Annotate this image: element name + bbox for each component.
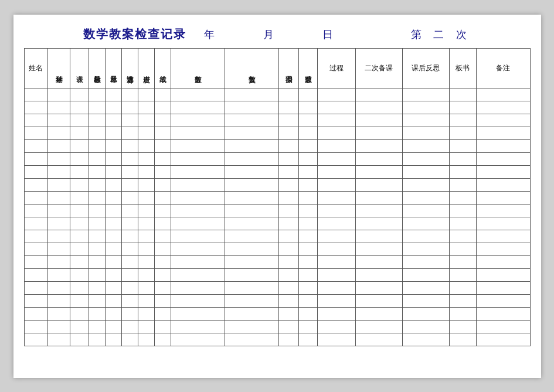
cell-col-kbiao	[70, 114, 89, 127]
cell-col-guocheng	[317, 152, 355, 165]
cell-col-name	[24, 139, 47, 152]
cell-col-ercibk	[355, 333, 402, 346]
cell-col-ercibk	[355, 114, 402, 127]
cell-col-sjrq	[278, 217, 298, 230]
cell-col-ercibk	[355, 281, 402, 294]
cell-col-dyzx	[121, 230, 138, 243]
cell-col-kj	[47, 152, 70, 165]
table-row	[24, 101, 530, 114]
cell-col-bz	[476, 152, 530, 165]
cell-col-bs	[449, 243, 476, 255]
cell-col-zjs	[298, 139, 317, 152]
cell-col-ybj	[171, 127, 225, 139]
cell-col-kj	[47, 127, 70, 139]
cell-col-kj	[47, 114, 70, 127]
cell-col-sbj	[225, 217, 278, 230]
cell-col-kj	[47, 165, 70, 178]
cell-col-name	[24, 333, 47, 346]
col-header-kbiao: 课表	[70, 48, 89, 88]
cell-col-name	[24, 178, 47, 191]
col-header-zjs: 总课节数	[298, 48, 317, 88]
cell-col-bz	[476, 294, 530, 307]
cell-col-bz	[476, 139, 530, 152]
cell-col-jzml	[89, 204, 105, 217]
cell-col-sbj	[225, 307, 278, 320]
cell-col-khfs	[402, 204, 449, 217]
cell-col-sjrq	[278, 294, 298, 307]
cell-col-jdb	[138, 152, 154, 165]
cell-col-ercibk	[355, 294, 402, 307]
cell-col-sjrq	[278, 204, 298, 217]
cell-col-ybj	[171, 281, 225, 294]
cell-col-dyzx	[121, 139, 138, 152]
cell-col-guocheng	[317, 268, 355, 281]
cell-col-sjrq	[278, 320, 298, 333]
cell-col-khfs	[402, 191, 449, 204]
cell-col-guocheng	[317, 178, 355, 191]
cell-col-sbj	[225, 178, 278, 191]
table-row	[24, 191, 530, 204]
cell-col-jzml	[89, 281, 105, 294]
cell-col-sbj	[225, 165, 278, 178]
cell-col-dyml	[105, 152, 121, 165]
cell-col-kbiao	[70, 255, 89, 268]
cell-col-sjrq	[278, 101, 298, 114]
year-label: 年	[204, 29, 219, 40]
cell-col-jzml	[89, 294, 105, 307]
cell-col-jzml	[89, 127, 105, 139]
cell-col-kj	[47, 268, 70, 281]
cell-col-dyzx	[121, 114, 138, 127]
cell-col-khfs	[402, 114, 449, 127]
cell-col-dyml	[105, 191, 121, 204]
cell-col-ercibk	[355, 204, 402, 217]
cell-col-khfs	[402, 101, 449, 114]
cell-col-dyml	[105, 333, 121, 346]
cell-col-ercibk	[355, 139, 402, 152]
cell-col-name	[24, 127, 47, 139]
cell-col-name	[24, 307, 47, 320]
cell-col-sbj	[225, 230, 278, 243]
cell-col-sjrq	[278, 139, 298, 152]
cell-col-kbiao	[70, 307, 89, 320]
cell-col-sjrq	[278, 281, 298, 294]
cell-col-bs	[449, 281, 476, 294]
cell-col-name	[24, 281, 47, 294]
cell-col-khfs	[402, 217, 449, 230]
cell-col-bz	[476, 333, 530, 346]
cell-col-kj	[47, 333, 70, 346]
cell-col-dyml	[105, 294, 121, 307]
cell-col-name	[24, 320, 47, 333]
cell-col-bs	[449, 320, 476, 333]
cell-col-khfs	[402, 281, 449, 294]
cell-col-bs	[449, 230, 476, 243]
cell-col-jdb	[138, 139, 154, 152]
cell-col-bz	[476, 127, 530, 139]
cell-col-cjd	[154, 243, 171, 255]
cell-col-name	[24, 152, 47, 165]
cell-col-sjrq	[278, 127, 298, 139]
cell-col-ybj	[171, 88, 225, 101]
cell-col-jdb	[138, 333, 154, 346]
col-header-jzml: 教学总目标	[89, 48, 105, 88]
cell-col-guocheng	[317, 191, 355, 204]
cell-col-kj	[47, 281, 70, 294]
cell-col-sjrq	[278, 152, 298, 165]
cell-col-jzml	[89, 88, 105, 101]
main-title: 数学教案检查记录	[83, 26, 186, 42]
cell-col-dyml	[105, 268, 121, 281]
cell-col-dyml	[105, 101, 121, 114]
cell-col-jzml	[89, 230, 105, 243]
cell-col-dyzx	[121, 191, 138, 204]
cell-col-kbiao	[70, 139, 89, 152]
table-row	[24, 307, 530, 320]
cell-col-cjd	[154, 88, 171, 101]
cell-col-kj	[47, 178, 70, 191]
cell-col-sbj	[225, 139, 278, 152]
table-row	[24, 320, 530, 333]
cell-col-ybj	[171, 114, 225, 127]
cell-col-jzml	[89, 268, 105, 281]
cell-col-zjs	[298, 101, 317, 114]
cell-col-cjd	[154, 281, 171, 294]
cell-col-sjrq	[278, 333, 298, 346]
cell-col-jzml	[89, 217, 105, 230]
